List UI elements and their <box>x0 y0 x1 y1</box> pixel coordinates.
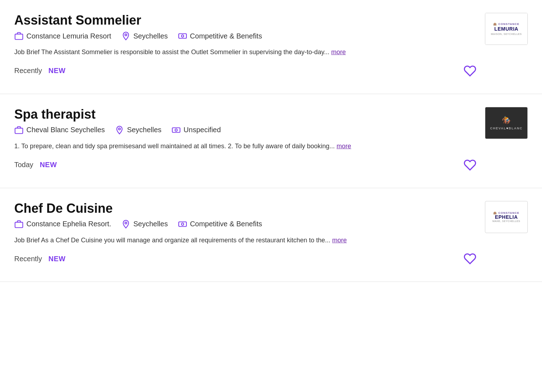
heart-icon <box>464 159 476 171</box>
svg-rect-5 <box>15 128 23 133</box>
job-meta: Constance Ephelia Resort. Seychelles Com… <box>14 220 476 229</box>
job-header: Spa therapist Cheval Blanc Seychelles Se… <box>14 107 528 171</box>
salary-value: Competitive & Benefits <box>190 220 262 228</box>
job-content-area: Assistant Sommelier Constance Lemuria Re… <box>14 13 476 77</box>
salary-meta: Competitive & Benefits <box>178 31 262 41</box>
save-job-button[interactable] <box>464 252 476 265</box>
svg-rect-0 <box>15 34 23 40</box>
location-icon <box>121 220 131 229</box>
company-name: Constance Ephelia Resort. <box>26 220 111 228</box>
company-name: Cheval Blanc Seychelles <box>26 126 105 134</box>
location-icon <box>121 31 131 41</box>
footer-left: Today NEW <box>14 161 57 169</box>
briefcase-icon <box>14 125 24 135</box>
salary-icon <box>178 31 187 41</box>
location-meta: Seychelles <box>121 31 168 41</box>
company-logo: 🏨 CONSTANCE EPHELIA MAHE, SEYCHELLES <box>485 201 528 233</box>
job-footer: Today NEW <box>14 159 476 171</box>
svg-rect-13 <box>179 222 186 226</box>
heart-icon <box>464 252 476 265</box>
svg-point-12 <box>125 222 127 224</box>
logo-sub-text: MAISON, SEYCHELLES <box>491 33 522 35</box>
salary-icon <box>172 125 181 135</box>
location-name: Seychelles <box>127 126 162 134</box>
location-meta: Seychelles <box>115 125 162 135</box>
svg-point-4 <box>181 35 184 37</box>
svg-rect-3 <box>179 34 186 38</box>
job-list: Assistant Sommelier Constance Lemuria Re… <box>0 0 542 282</box>
read-more-link[interactable]: more <box>337 143 351 150</box>
new-badge: NEW <box>40 161 57 169</box>
read-more-link[interactable]: more <box>332 237 347 244</box>
job-meta: Cheval Blanc Seychelles Seychelles Unspe… <box>14 125 476 135</box>
logo-main-text: CHEVAL♥BLANC <box>490 127 522 130</box>
heart-icon <box>464 65 476 77</box>
job-meta: Constance Lemuria Resort Seychelles Comp… <box>14 31 476 41</box>
read-more-link[interactable]: more <box>331 48 346 56</box>
job-title: Chef De Cuisine <box>14 201 476 216</box>
job-title: Assistant Sommelier <box>14 13 476 28</box>
save-job-button[interactable] <box>464 159 476 171</box>
job-content-area: Chef De Cuisine Constance Ephelia Resort… <box>14 201 476 265</box>
job-description: Job Brief As a Chef De Cuisine you will … <box>14 235 476 246</box>
location-meta: Seychelles <box>121 220 168 229</box>
save-job-button[interactable] <box>464 65 476 77</box>
svg-point-9 <box>175 129 178 131</box>
job-description: 1. To prepare, clean and tidy spa premis… <box>14 141 476 151</box>
posted-time: Today <box>14 161 33 169</box>
briefcase-icon <box>14 220 24 229</box>
salary-value: Competitive & Benefits <box>190 32 262 40</box>
posted-time: Recently <box>14 255 42 263</box>
salary-meta: Unspecified <box>172 125 221 135</box>
job-footer: Recently NEW <box>14 65 476 77</box>
salary-value: Unspecified <box>184 126 221 134</box>
job-content-area: Spa therapist Cheval Blanc Seychelles Se… <box>14 107 476 171</box>
location-name: Seychelles <box>133 220 168 228</box>
new-badge: NEW <box>48 67 66 75</box>
job-header: Assistant Sommelier Constance Lemuria Re… <box>14 13 528 77</box>
job-footer: Recently NEW <box>14 252 476 265</box>
logo-sub-text: MAHE, SEYCHELLES <box>492 220 520 222</box>
logo-main-text: LEMURIA <box>494 26 518 32</box>
company-meta: Constance Ephelia Resort. <box>14 220 111 229</box>
company-logo: 🏇 CHEVAL♥BLANC <box>485 107 528 139</box>
svg-point-14 <box>181 223 184 225</box>
company-logo: 🏨 CONSTANCE LEMURIA MAISON, SEYCHELLES <box>485 13 528 45</box>
footer-left: Recently NEW <box>14 255 66 263</box>
company-meta: Constance Lemuria Resort <box>14 31 111 41</box>
company-meta: Cheval Blanc Seychelles <box>14 125 105 135</box>
logo-main-text: EPHELIA <box>495 215 518 220</box>
footer-left: Recently NEW <box>14 67 66 75</box>
logo-top-text: 🏨 CONSTANCE <box>493 22 519 26</box>
job-header: Chef De Cuisine Constance Ephelia Resort… <box>14 201 528 265</box>
svg-rect-8 <box>172 128 180 132</box>
salary-meta: Competitive & Benefits <box>178 220 262 229</box>
posted-time: Recently <box>14 67 42 75</box>
svg-point-7 <box>118 128 120 130</box>
company-name: Constance Lemuria Resort <box>26 32 111 40</box>
location-name: Seychelles <box>133 32 168 40</box>
svg-rect-10 <box>15 222 23 227</box>
job-card-assistant-sommelier: Assistant Sommelier Constance Lemuria Re… <box>0 0 542 94</box>
salary-icon <box>178 220 187 229</box>
job-description: Job Brief The Assistant Sommelier is res… <box>14 47 476 57</box>
job-card-chef-de-cuisine: Chef De Cuisine Constance Ephelia Resort… <box>0 188 542 282</box>
job-card-spa-therapist: Spa therapist Cheval Blanc Seychelles Se… <box>0 94 542 188</box>
svg-point-2 <box>125 34 127 36</box>
new-badge: NEW <box>48 255 66 263</box>
location-icon <box>115 125 124 135</box>
briefcase-icon <box>14 31 24 41</box>
logo-icon-cheval: 🏇 <box>502 116 511 125</box>
job-title: Spa therapist <box>14 107 476 122</box>
